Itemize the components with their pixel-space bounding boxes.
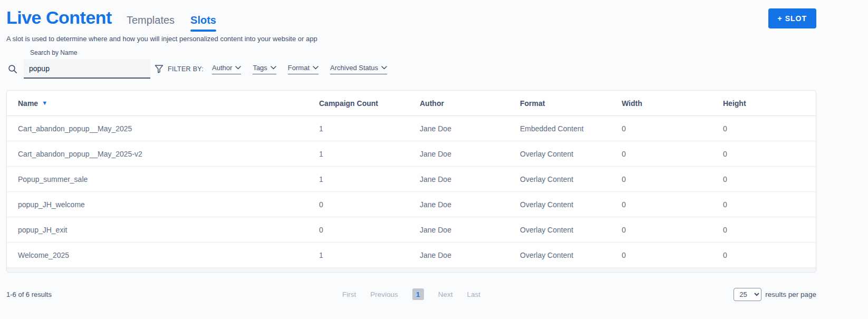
cell-height: 0 [723,200,805,209]
cell-name[interactable]: popup_JH_exit [18,226,319,234]
cell-width: 0 [622,124,723,133]
filter-archived-status[interactable]: Archived Status [330,64,387,74]
cell-height: 0 [723,124,805,133]
live-content-page: Live Content Templates Slots + SLOT A sl… [0,0,868,301]
per-page-suffix-label: results per page [765,291,816,298]
chevron-down-icon [271,66,276,70]
cell-name[interactable]: Welcome_2025 [18,251,319,259]
table-header-row: Name ▼ Campaign Count Author Format Widt… [7,91,816,116]
search-icon [6,59,24,79]
per-page-select[interactable]: 25 [734,288,761,301]
cell-format: Embedded Content [520,124,622,133]
column-header-format[interactable]: Format [520,99,622,108]
cell-format: Overlay Content [520,150,622,158]
cell-height: 0 [723,251,805,259]
filter-format-label: Format [288,64,310,72]
cell-height: 0 [723,150,805,158]
cell-format: Overlay Content [520,251,622,259]
cell-author: Jane Doe [420,200,520,209]
cell-campaign-count: 0 [319,226,420,234]
filter-format[interactable]: Format [288,64,319,74]
search-and-filter-bar: Search by Name FILTER BY: Author Tags [6,49,816,79]
cell-name[interactable]: Popup_summer_sale [18,175,319,183]
table-row[interactable]: Cart_abandon_popup__May_2025 1 Jane Doe … [7,116,816,141]
page-title: Live Content [6,7,112,28]
table-row[interactable]: Welcome_2025 1 Jane Doe Overlay Content … [7,243,816,268]
previous-page-button[interactable]: Previous [370,291,398,298]
cell-format: Overlay Content [520,226,622,234]
filter-author[interactable]: Author [212,64,241,74]
cell-campaign-count: 1 [319,150,420,158]
slots-table: Name ▼ Campaign Count Author Format Widt… [6,90,816,273]
next-page-button[interactable]: Next [438,291,453,298]
tab-bar: Templates Slots [127,14,216,32]
add-slot-button[interactable]: + SLOT [768,8,816,28]
table-row[interactable]: Popup_summer_sale 1 Jane Doe Overlay Con… [7,167,816,192]
page-buttons: First Previous 1 Next Last [342,288,480,300]
chevron-down-icon [381,66,387,70]
cell-format: Overlay Content [520,175,622,183]
filter-by-label: FILTER BY: [168,65,204,73]
sort-descending-icon: ▼ [42,100,47,106]
cell-campaign-count: 1 [319,124,420,133]
cell-name[interactable]: Cart_abandon_popup__May_2025-v2 [18,150,319,158]
search-field: Search by Name [24,49,150,79]
cell-author: Jane Doe [420,251,520,259]
page-subtitle: A slot is used to determine where and ho… [6,35,816,43]
cell-name[interactable]: Cart_abandon_popup__May_2025 [18,124,319,133]
results-per-page: 25 results per page [734,288,816,301]
filter-funnel-icon [155,64,163,73]
table-row[interactable]: Cart_abandon_popup__May_2025-v2 1 Jane D… [7,141,816,167]
filter-bar: FILTER BY: Author Tags Format A [155,59,399,79]
filter-tags-label: Tags [253,64,267,72]
cell-width: 0 [622,150,723,158]
title-and-tabs: Live Content Templates Slots [6,7,216,32]
cell-height: 0 [723,226,805,234]
search-label: Search by Name [30,49,150,56]
column-header-campaign-count[interactable]: Campaign Count [319,99,420,108]
table-footer-strip [7,268,816,272]
filter-archived-status-label: Archived Status [330,64,378,72]
filter-author-label: Author [212,64,232,72]
table-row[interactable]: popup_JH_exit 0 Jane Doe Overlay Content… [7,217,816,243]
cell-campaign-count: 0 [319,200,420,209]
cell-width: 0 [622,200,723,209]
cell-name[interactable]: popup_JH_welcome [18,200,319,209]
last-page-button[interactable]: Last [467,291,481,298]
first-page-button[interactable]: First [342,291,356,298]
chevron-down-icon [235,66,241,70]
chevron-down-icon [313,66,319,70]
cell-width: 0 [622,226,723,234]
column-header-width[interactable]: Width [622,99,723,108]
page-header: Live Content Templates Slots + SLOT [6,7,816,32]
cell-campaign-count: 1 [319,251,420,259]
cell-author: Jane Doe [420,150,520,158]
cell-campaign-count: 1 [319,175,420,183]
column-header-author[interactable]: Author [420,99,520,108]
tab-templates[interactable]: Templates [127,14,175,32]
cell-width: 0 [622,251,723,259]
cell-author: Jane Doe [420,175,520,183]
column-header-name[interactable]: Name ▼ [18,99,319,108]
pagination-bar: 1-6 of 6 results First Previous 1 Next L… [6,287,816,301]
current-page-button[interactable]: 1 [412,288,424,300]
cell-height: 0 [723,175,805,183]
table-row[interactable]: popup_JH_welcome 0 Jane Doe Overlay Cont… [7,192,816,217]
column-header-height[interactable]: Height [723,99,805,108]
cell-format: Overlay Content [520,200,622,209]
search-input[interactable] [24,59,150,79]
filter-tags[interactable]: Tags [253,64,276,74]
results-summary: 1-6 of 6 results [6,291,52,298]
cell-author: Jane Doe [420,226,520,234]
cell-author: Jane Doe [420,124,520,133]
tab-slots[interactable]: Slots [190,14,216,32]
column-header-name-label: Name [18,99,38,108]
cell-width: 0 [622,175,723,183]
